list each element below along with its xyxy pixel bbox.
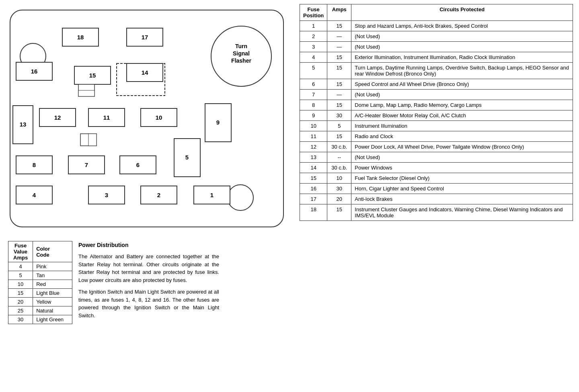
fuse-amps: 15: [327, 131, 351, 142]
fuse-pos: 16: [300, 184, 327, 194]
fuse-pos: 6: [300, 79, 327, 90]
fuse-row: 1 15 Stop and Hazard Lamps, Anti-lock Br…: [300, 21, 573, 31]
svg-text:17: 17: [142, 34, 148, 41]
power-dist-title: Power Distribution: [78, 241, 219, 249]
color-cell: Light Green: [33, 315, 72, 324]
fuse-amps: 15: [327, 100, 351, 110]
col-amps-header: FuseValueAmps: [8, 241, 33, 262]
svg-text:14: 14: [142, 69, 148, 76]
fuse-circuits: Turn Lamps, Daytime Running Lamps, Overd…: [351, 63, 573, 79]
fuse-row: 2 — (Not Used): [300, 31, 573, 42]
amps-cell: 5: [8, 271, 33, 280]
color-cell: Natural: [33, 306, 72, 315]
fuse-amps: 30: [327, 184, 351, 194]
color-cell: Tan: [33, 271, 72, 280]
fuse-circuits: Stop and Hazard Lamps, Anti-lock Brakes,…: [351, 21, 573, 31]
right-panel: FusePosition Amps Circuits Protected 1 1…: [298, 4, 575, 388]
svg-text:Signal: Signal: [233, 50, 250, 57]
bottom-section: FuseValueAmps ColorCode 4 Pink 5 Tan 10 …: [4, 241, 294, 324]
amps-cell: 15: [8, 289, 33, 298]
color-code-table: FuseValueAmps ColorCode 4 Pink 5 Tan 10 …: [8, 241, 72, 324]
svg-text:5: 5: [185, 154, 189, 161]
svg-rect-45: [78, 90, 94, 96]
fuse-diagram: Turn Signal Flasher 18 17 16 15 14 13 12: [4, 4, 294, 237]
color-row: 15 Light Blue: [8, 289, 72, 298]
fuse-circuits: Instrument Illumination: [351, 121, 573, 131]
fuse-row: 4 15 Exterior Illumination, Instrument I…: [300, 52, 573, 63]
svg-text:9: 9: [216, 119, 220, 126]
color-row: 30 Light Green: [8, 315, 72, 324]
fuse-row: 8 15 Dome Lamp, Map Lamp, Radio Memory, …: [300, 100, 573, 110]
fuse-circuits: Radio and Clock: [351, 131, 573, 142]
svg-text:10: 10: [156, 114, 162, 121]
fuse-row: 14 30 c.b. Power Windows: [300, 163, 573, 173]
fuse-row: 16 30 Horn, Cigar Lighter and Speed Cont…: [300, 184, 573, 194]
amps-cell: 20: [8, 298, 33, 306]
fuse-pos: 13: [300, 152, 327, 163]
fuse-row: 15 10 Fuel Tank Selector (Diesel Only): [300, 173, 573, 184]
amps-cell: 10: [8, 280, 33, 289]
fuse-circuits: Power Door Lock, All Wheel Drive, Power …: [351, 142, 573, 152]
fuse-row: 3 — (Not Used): [300, 42, 573, 52]
header-circuits: Circuits Protected: [351, 4, 573, 21]
header-fuse-position: FusePosition: [300, 4, 327, 21]
svg-text:8: 8: [33, 161, 36, 168]
fuse-circuits: Anti-lock Brakes: [351, 194, 573, 204]
fuse-circuits: A/C-Heater Blower Motor Relay Coil, A/C …: [351, 110, 573, 121]
fuse-circuits: Fuel Tank Selector (Diesel Only): [351, 173, 573, 184]
svg-text:2: 2: [157, 192, 160, 198]
power-dist-para-2: The Ignition Switch and Main Light Switc…: [78, 288, 219, 319]
color-row: 10 Red: [8, 280, 72, 289]
fuse-pos: 14: [300, 163, 327, 173]
header-amps: Amps: [327, 4, 351, 21]
left-panel: Turn Signal Flasher 18 17 16 15 14 13 12: [4, 4, 294, 388]
fuse-amps: 15: [327, 63, 351, 79]
svg-text:3: 3: [105, 192, 108, 198]
svg-rect-47: [88, 134, 96, 146]
fuse-amps: 15: [327, 79, 351, 90]
fuse-circuits: Power Windows: [351, 163, 573, 173]
svg-text:11: 11: [103, 114, 110, 121]
fuse-pos: 5: [300, 63, 327, 79]
fuse-amps: —: [327, 31, 351, 42]
fuse-amps: --: [327, 152, 351, 163]
fuse-circuits: (Not Used): [351, 152, 573, 163]
color-cell: Light Blue: [33, 289, 72, 298]
fuse-row: 17 20 Anti-lock Brakes: [300, 194, 573, 204]
fuse-row: 11 15 Radio and Clock: [300, 131, 573, 142]
fuse-pos: 9: [300, 110, 327, 121]
fuse-circuits: Speed Control and All Wheel Drive (Bronc…: [351, 79, 573, 90]
fuse-pos: 3: [300, 42, 327, 52]
color-cell: Pink: [33, 262, 72, 271]
svg-text:Flasher: Flasher: [231, 57, 251, 64]
fuse-amps: 30 c.b.: [327, 163, 351, 173]
power-dist-para-1: The Alternator and Battery are connected…: [78, 253, 219, 284]
svg-text:15: 15: [89, 72, 96, 79]
fuse-pos: 15: [300, 173, 327, 184]
fuse-pos: 12: [300, 142, 327, 152]
fuse-amps: 15: [327, 204, 351, 221]
fuse-row: 7 — (Not Used): [300, 90, 573, 100]
fuse-circuits: (Not Used): [351, 42, 573, 52]
svg-text:1: 1: [210, 192, 214, 198]
fuse-pos: 2: [300, 31, 327, 42]
fuse-pos: 4: [300, 52, 327, 63]
fuse-pos: 8: [300, 100, 327, 110]
color-cell: Red: [33, 280, 72, 289]
fuse-row: 5 15 Turn Lamps, Daytime Running Lamps, …: [300, 63, 573, 79]
amps-cell: 25: [8, 306, 33, 315]
col-color-header: ColorCode: [33, 241, 72, 262]
svg-text:7: 7: [85, 161, 88, 168]
fuse-row: 13 -- (Not Used): [300, 152, 573, 163]
svg-text:4: 4: [33, 192, 36, 198]
fuse-pos: 1: [300, 21, 327, 31]
amps-cell: 30: [8, 315, 33, 324]
fuse-amps: 30 c.b.: [327, 142, 351, 152]
svg-text:Turn: Turn: [235, 43, 247, 49]
svg-point-5: [228, 185, 253, 210]
svg-text:18: 18: [77, 34, 84, 41]
color-row: 25 Natural: [8, 306, 72, 315]
svg-text:16: 16: [31, 68, 38, 75]
amps-cell: 4: [8, 262, 33, 271]
fuse-pos: 17: [300, 194, 327, 204]
